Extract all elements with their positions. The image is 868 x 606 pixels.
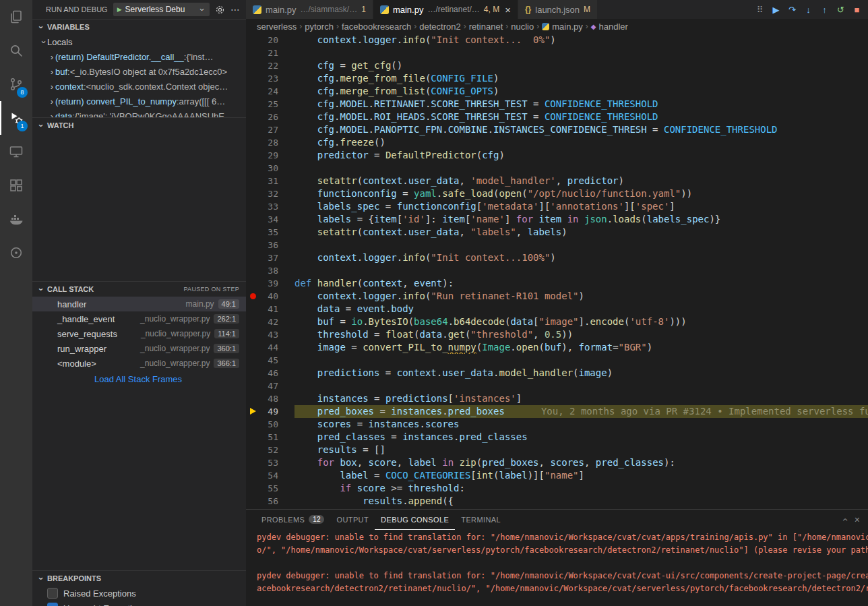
gutter-glyph-margin[interactable] — [246, 98, 261, 111]
panel-tab-problems[interactable]: PROBLEMS12 — [255, 510, 330, 530]
gutter-glyph-margin[interactable] — [246, 251, 261, 264]
more-actions-icon[interactable]: ⋯ — [230, 4, 241, 15]
breadcrumb-item-detectron2[interactable]: detectron2 — [419, 22, 460, 32]
gutter-glyph-margin[interactable] — [246, 200, 261, 213]
gutter-glyph-margin[interactable] — [246, 495, 261, 508]
gutter-glyph-margin[interactable] — [246, 34, 261, 47]
gutter-glyph-margin[interactable] — [246, 290, 261, 303]
breakpoint-row[interactable]: ✓Uncaught Exceptions — [32, 601, 246, 606]
code-line-content[interactable]: instances = predictions['instances'] — [294, 392, 868, 405]
activitybar-item-remote-explorer[interactable] — [0, 135, 32, 169]
gutter-glyph-margin[interactable] — [246, 239, 261, 251]
stack-frame[interactable]: _handle_event_nuclio_wrapper.py262:1 — [32, 311, 246, 326]
code-line-content[interactable]: cfg.MODEL.RETINANET.SCORE_THRESH_TEST = … — [294, 98, 868, 111]
code-line-content[interactable]: results = [] — [294, 444, 868, 456]
activitybar-item-source-control[interactable]: 8 — [0, 67, 32, 101]
launch-config-dropdown[interactable]: ▶ Serverless Debu › — [113, 3, 210, 16]
stack-frame[interactable]: <module>_nuclio_wrapper.py366:1 — [32, 356, 246, 371]
gutter-glyph-margin[interactable] — [246, 72, 261, 85]
variables-scope-locals[interactable]: ›Locals — [32, 34, 246, 49]
chevron-collapsed-icon[interactable]: › — [49, 67, 55, 77]
code-line-content[interactable] — [294, 239, 868, 251]
activitybar-item-docker[interactable] — [0, 202, 32, 236]
code-line-content[interactable]: cfg.merge_from_file(CONFIG_FILE) — [294, 72, 868, 85]
code-line-content[interactable] — [294, 380, 868, 392]
step-into-icon[interactable]: ↓ — [801, 2, 815, 17]
continue-icon[interactable]: ▶ — [769, 2, 783, 17]
variable-row[interactable]: ›context: <nuclio_sdk.context.Context ob… — [32, 79, 246, 94]
code-line-content[interactable]: cfg.merge_from_list(CONFIG_OPTS) — [294, 85, 868, 98]
disconnect-icon[interactable]: ■ — [850, 2, 864, 17]
chevron-collapsed-icon[interactable]: › — [49, 96, 55, 107]
step-over-icon[interactable]: ↷ — [785, 2, 799, 17]
code-line-content[interactable]: pred_boxes = instances.pred_boxesYou, 2 … — [294, 405, 868, 418]
code-line-content[interactable] — [294, 264, 868, 277]
code-line-content[interactable]: for box, score, label in zip(pred_boxes,… — [294, 456, 868, 469]
step-out-icon[interactable]: ↑ — [817, 2, 832, 17]
code-line-content[interactable]: cfg.MODEL.ROI_HEADS.SCORE_THRESH_TEST = … — [294, 111, 868, 123]
code-line-content[interactable]: functionconfig = yaml.safe_load(open("/o… — [294, 187, 868, 200]
variables-section-header[interactable]: › VARIABLES — [32, 20, 246, 34]
code-line-content[interactable]: setattr(context.user_data, 'model_handle… — [294, 175, 868, 187]
gutter-glyph-margin[interactable] — [246, 111, 261, 123]
code-line-content[interactable]: if score >= threshold: — [294, 482, 868, 495]
gutter-glyph-margin[interactable] — [246, 264, 261, 277]
chevron-collapsed-icon[interactable]: › — [49, 52, 55, 62]
chevron-collapsed-icon[interactable]: › — [49, 111, 55, 118]
gutter-glyph-margin[interactable] — [246, 149, 261, 162]
gutter-glyph-margin[interactable] — [246, 47, 261, 59]
breakpoints-section-header[interactable]: › BREAKPOINTS — [32, 571, 246, 586]
code-line-content[interactable]: image = convert_PIL_to_numpy(Image.open(… — [294, 341, 868, 354]
code-line-content[interactable]: label = COCO_CATEGORIES[int(label)]["nam… — [294, 469, 868, 482]
code-line-content[interactable] — [294, 47, 868, 59]
gutter-glyph-margin[interactable] — [246, 418, 261, 431]
checkbox[interactable]: ✓ — [47, 603, 58, 606]
chevron-collapsed-icon[interactable]: › — [49, 82, 55, 92]
gutter-glyph-margin[interactable] — [246, 315, 261, 328]
activitybar-item-search[interactable] — [0, 34, 32, 67]
gutter-glyph-margin[interactable] — [246, 59, 261, 72]
breadcrumb-item-pytorch[interactable]: pytorch — [305, 22, 334, 32]
gutter-glyph-margin[interactable] — [246, 303, 261, 315]
checkbox[interactable] — [47, 588, 58, 599]
drag-handle-icon[interactable]: ⠿ — [753, 2, 767, 17]
activitybar-item-run-and-debug[interactable]: 1 — [0, 101, 32, 135]
gutter-glyph-margin[interactable] — [246, 123, 261, 136]
code-line-content[interactable]: labels = {item['id']: item['name'] for i… — [294, 213, 868, 226]
gutter-glyph-margin[interactable] — [246, 213, 261, 226]
gutter-glyph-margin[interactable] — [246, 187, 261, 200]
gutter-glyph-margin[interactable] — [246, 354, 261, 367]
breadcrumb-item-nuclio[interactable]: nuclio — [511, 22, 534, 32]
variable-row[interactable]: ›(return) DefaultPredictor.__call__: {'i… — [32, 49, 246, 64]
code-line-content[interactable]: def handler(context, event): — [294, 277, 868, 290]
code-line-content[interactable] — [294, 354, 868, 367]
gutter-glyph-margin[interactable] — [246, 328, 261, 341]
gutter-glyph-margin[interactable] — [246, 482, 261, 495]
gutter-glyph-margin[interactable] — [246, 380, 261, 392]
code-line-content[interactable]: context.logger.info("Init context... 0%"… — [294, 34, 868, 47]
code-editor[interactable]: 20 context.logger.info("Init context... … — [246, 34, 868, 509]
gutter-glyph-margin[interactable] — [246, 469, 261, 482]
breadcrumb-item-main-py[interactable]: main.py — [542, 22, 583, 32]
panel-tab-debug-console[interactable]: DEBUG CONSOLE — [375, 510, 455, 530]
variable-row[interactable]: ›buf: <_io.BytesIO object at 0x7f5a2dc1e… — [32, 64, 246, 79]
breadcrumb-item-retinanet[interactable]: retinanet — [469, 22, 503, 32]
code-line-content[interactable]: pred_classes = instances.pred_classes — [294, 431, 868, 444]
gutter-glyph-margin[interactable] — [246, 405, 261, 418]
code-line-content[interactable]: buf = io.BytesIO(base64.b64decode(data["… — [294, 315, 868, 328]
chevron-expanded-icon[interactable]: › — [39, 38, 49, 45]
code-line-content[interactable]: scores = instances.scores — [294, 418, 868, 431]
close-icon[interactable]: × — [855, 514, 860, 525]
code-line-content[interactable]: results.append({ — [294, 495, 868, 508]
load-all-stack-frames-link[interactable]: Load All Stack Frames — [32, 371, 246, 387]
call-stack-section-header[interactable]: › CALL STACK PAUSED ON STEP — [32, 282, 246, 297]
code-line-content[interactable]: predictor = DefaultPredictor(cfg) — [294, 149, 868, 162]
gutter-glyph-margin[interactable] — [246, 431, 261, 444]
code-line-content[interactable]: cfg.freeze() — [294, 136, 868, 149]
code-line-content[interactable]: context.logger.info("Init context...100%… — [294, 251, 868, 264]
gutter-glyph-margin[interactable] — [246, 136, 261, 149]
editor-tab[interactable]: {}launch.jsonM — [518, 0, 598, 19]
gutter-glyph-margin[interactable] — [246, 341, 261, 354]
close-icon[interactable]: × — [505, 4, 511, 16]
watch-section-header[interactable]: › WATCH — [32, 118, 246, 133]
